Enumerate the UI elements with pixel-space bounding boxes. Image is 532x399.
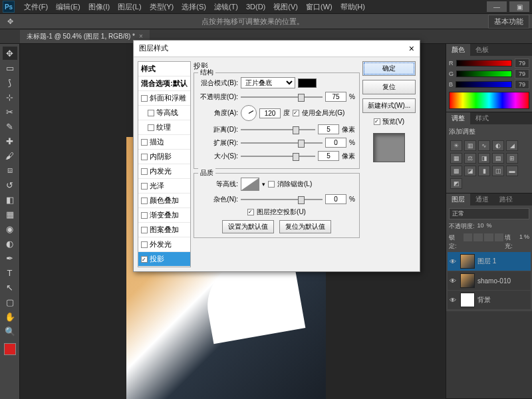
- spread-input[interactable]: 0: [325, 138, 346, 148]
- opacity-slider[interactable]: [241, 96, 323, 98]
- stamp-tool[interactable]: ⧇: [3, 164, 17, 177]
- adj-thr-icon[interactable]: ◫: [492, 166, 504, 176]
- angle-input[interactable]: 120: [259, 108, 281, 118]
- distance-input[interactable]: 5: [318, 124, 339, 134]
- fx-dropshadow[interactable]: 投影: [138, 252, 190, 267]
- noise-slider[interactable]: [241, 199, 323, 200]
- blend-mode-select[interactable]: 正片叠底: [241, 77, 295, 88]
- menu-window[interactable]: 窗口(W): [302, 1, 336, 13]
- menu-layer[interactable]: 图层(L): [114, 1, 145, 13]
- menu-file[interactable]: 文件(F): [20, 1, 52, 13]
- adj-levels-icon[interactable]: ▥: [464, 140, 476, 151]
- angle-dial[interactable]: [241, 105, 257, 121]
- b-slider[interactable]: [456, 81, 512, 88]
- layer-item[interactable]: 👁 背景: [448, 291, 531, 309]
- menu-type[interactable]: 类型(Y): [146, 1, 178, 13]
- move-tool[interactable]: ✥: [3, 47, 17, 60]
- b-value[interactable]: 79: [515, 80, 529, 89]
- foreground-swatch[interactable]: [4, 343, 16, 355]
- adj-post-icon[interactable]: ▮: [478, 166, 490, 176]
- checkbox[interactable]: [148, 124, 154, 131]
- spectrum[interactable]: [449, 92, 529, 109]
- adj-curves-icon[interactable]: ∿: [478, 140, 490, 151]
- visibility-icon[interactable]: 👁: [450, 277, 458, 285]
- lock-pos-icon[interactable]: [484, 233, 493, 241]
- visibility-icon[interactable]: 👁: [450, 297, 458, 304]
- fx-innerglow[interactable]: 内发光: [138, 164, 190, 179]
- maximize-button[interactable]: ▣: [509, 1, 529, 12]
- gradient-tool[interactable]: ▦: [3, 207, 17, 221]
- size-input[interactable]: 5: [318, 151, 339, 161]
- antialias-checkbox[interactable]: [268, 181, 275, 188]
- fx-innershadow[interactable]: 内阴影: [138, 150, 190, 164]
- hand-tool[interactable]: ✋: [3, 310, 17, 323]
- type-tool[interactable]: T: [3, 266, 17, 279]
- document-tab[interactable]: 未标题-1 @ 50.4% (图层 1, RGB/8) * ×: [20, 30, 150, 43]
- checkbox[interactable]: [141, 212, 148, 219]
- crop-tool[interactable]: ✂: [3, 105, 17, 118]
- eraser-tool[interactable]: ◧: [3, 193, 17, 206]
- adj-exposure-icon[interactable]: ◐: [492, 140, 504, 151]
- global-light-checkbox[interactable]: [293, 110, 299, 116]
- fx-satin[interactable]: 光泽: [138, 179, 190, 194]
- ok-button[interactable]: 确定: [362, 61, 416, 76]
- tab-adjust[interactable]: 调整: [446, 112, 470, 124]
- adj-bal-icon[interactable]: ⚖: [464, 153, 476, 164]
- dodge-tool[interactable]: ◐: [3, 237, 17, 250]
- g-value[interactable]: 79: [515, 69, 529, 78]
- checkbox[interactable]: [141, 198, 148, 204]
- tab-styles[interactable]: 样式: [470, 112, 494, 124]
- tab-color[interactable]: 颜色: [446, 44, 470, 56]
- eyedropper-tool[interactable]: ✎: [3, 120, 17, 133]
- shadow-color-swatch[interactable]: [298, 78, 317, 88]
- reset-default-button[interactable]: 复位为默认值: [279, 220, 331, 233]
- tab-layers[interactable]: 图层: [446, 194, 470, 205]
- checkbox[interactable]: [148, 110, 154, 116]
- tab-swatches[interactable]: 色板: [470, 44, 494, 56]
- spread-slider[interactable]: [241, 142, 323, 144]
- knockout-checkbox[interactable]: [247, 209, 254, 215]
- lock-all-icon[interactable]: [495, 233, 504, 241]
- adj-hue-icon[interactable]: ▦: [450, 153, 462, 164]
- preview-checkbox[interactable]: [374, 118, 380, 125]
- fx-styles-header[interactable]: 样式: [138, 62, 190, 76]
- checkbox[interactable]: [141, 256, 148, 263]
- checkbox[interactable]: [141, 227, 148, 233]
- adj-brightness-icon[interactable]: ☀: [450, 140, 462, 151]
- adj-vib-icon[interactable]: ◢: [506, 140, 518, 151]
- layer-item[interactable]: 👁 图层 1: [448, 252, 531, 271]
- g-slider[interactable]: [456, 70, 512, 77]
- opacity-value[interactable]: 10: [477, 222, 484, 231]
- size-slider[interactable]: [241, 156, 315, 157]
- fx-coloroverlay[interactable]: 颜色叠加: [138, 194, 190, 208]
- workspace-button[interactable]: 基本功能: [488, 15, 529, 29]
- menu-image[interactable]: 图像(I): [84, 1, 114, 13]
- blend-mode-select[interactable]: 正常: [449, 208, 529, 219]
- fx-texture[interactable]: 纹理: [138, 120, 190, 135]
- cancel-button[interactable]: 复位: [362, 80, 416, 94]
- tab-paths[interactable]: 路径: [494, 194, 518, 205]
- checkbox[interactable]: [141, 168, 148, 175]
- menu-edit[interactable]: 编辑(E): [52, 1, 84, 13]
- lock-trans-icon[interactable]: [464, 233, 473, 241]
- tab-channels[interactable]: 通道: [470, 194, 494, 205]
- menu-3d[interactable]: 3D(D): [242, 1, 269, 12]
- brush-tool[interactable]: 🖌: [3, 149, 17, 162]
- menu-help[interactable]: 帮助(H): [336, 1, 369, 13]
- lasso-tool[interactable]: ⟆: [3, 76, 17, 89]
- pen-tool[interactable]: ✒: [3, 251, 17, 265]
- shape-tool[interactable]: ▢: [3, 295, 17, 309]
- adj-inv-icon[interactable]: ◪: [464, 166, 476, 176]
- fx-patternoverlay[interactable]: 图案叠加: [138, 223, 190, 237]
- contour-picker[interactable]: [241, 178, 259, 191]
- marquee-tool[interactable]: ▭: [3, 61, 17, 74]
- minimize-button[interactable]: —: [487, 1, 507, 12]
- menu-select[interactable]: 选择(S): [178, 1, 210, 13]
- checkbox[interactable]: [141, 241, 148, 248]
- dialog-titlebar[interactable]: 图层样式 ×: [134, 41, 420, 57]
- path-tool[interactable]: ↖: [3, 281, 17, 294]
- zoom-tool[interactable]: 🔍: [3, 325, 17, 338]
- fx-gradoverlay[interactable]: 渐变叠加: [138, 208, 190, 223]
- r-value[interactable]: 79: [515, 59, 529, 68]
- adj-mix-icon[interactable]: ⊞: [506, 153, 518, 164]
